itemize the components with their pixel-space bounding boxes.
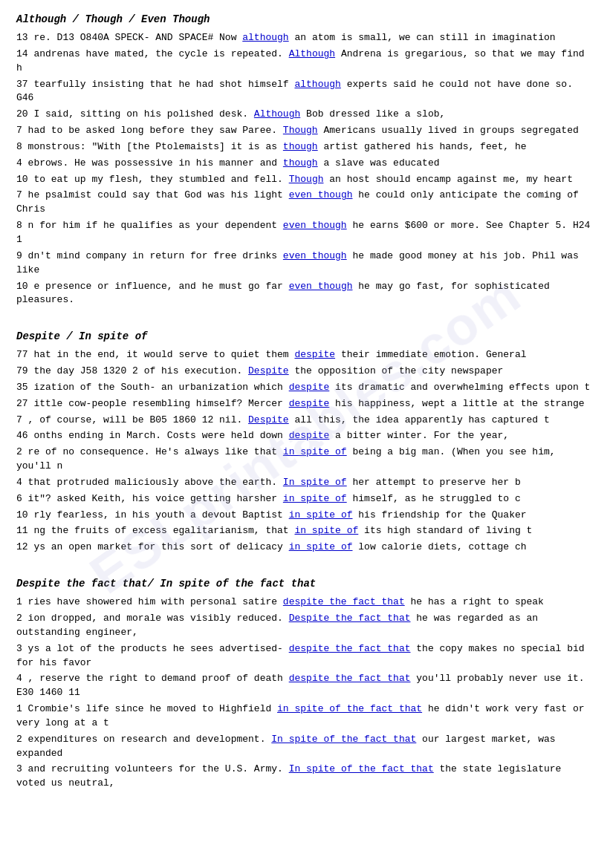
entry-at6: 8 monstrous: "With [the Ptolemaists] it … [16, 140, 594, 154]
entry-d3: 35 ization of the South- an urbanization… [16, 381, 594, 395]
entry-df5: 1 Crombie's life since he moved to Highf… [16, 702, 594, 731]
entry-keyword-df5: in spite of the fact that [277, 703, 422, 714]
entry-keyword-at9: even though [289, 189, 353, 200]
entry-keyword-at10: even though [283, 220, 347, 231]
entry-left-d12: 12 ys an open market for this sort of de… [16, 541, 289, 552]
entry-left-at8: 10 to eat up my flesh, they stumbled and… [16, 174, 289, 185]
entry-keyword-d2: Despite [248, 365, 289, 376]
entry-df3: 3 ys a lot of the products he sees adver… [16, 642, 594, 670]
entry-keyword-d4: despite [289, 398, 330, 409]
entry-left-d9: 6 it"? asked Keith, his voice getting ha… [16, 493, 283, 504]
entry-at9: 7 he psalmist could say that God was his… [16, 189, 594, 217]
entry-left-df5: 1 Crombie's life since he moved to Highf… [16, 703, 277, 714]
entry-keyword-at1: although [242, 32, 288, 43]
entry-right-at6: artist gathered his hands, feet, he [318, 141, 527, 152]
entry-keyword-d8: In spite of [283, 477, 347, 488]
entry-left-at6: 8 monstrous: "With [the Ptolemaists] it … [16, 141, 283, 152]
entry-d7: 2 re of no consequence. He's always like… [16, 446, 594, 474]
entry-left-at2: 14 andrenas have mated, the cycle is rep… [16, 48, 289, 59]
entry-left-at12: 10 e presence or influence, and he must … [16, 281, 289, 292]
entry-left-d7: 2 re of no consequence. He's always like… [16, 446, 283, 457]
entry-keyword-d1: despite [294, 349, 335, 360]
entry-at2: 14 andrenas have mated, the cycle is rep… [16, 48, 594, 76]
entry-keyword-d11: in spite of [294, 525, 358, 536]
entry-d12: 12 ys an open market for this sort of de… [16, 541, 594, 555]
entry-keyword-df3: despite the fact that [289, 643, 411, 654]
entry-left-d10: 10 rly fearless, in his youth a devout B… [16, 509, 289, 521]
entry-right-at4: Bob dressed like a slob, [300, 108, 445, 120]
section-title-although-though: Although / Though / Even Though [16, 13, 594, 25]
entry-at12: 10 e presence or influence, and he must … [16, 280, 594, 308]
entry-keyword-at11: even though [283, 250, 347, 261]
entry-left-at11: 9 dn't mind company in return for free d… [16, 250, 283, 261]
entry-right-at5: Americans usually lived in groups segreg… [318, 125, 579, 136]
entry-d5: 7 , of course, will be B05 1860 12 nil. … [16, 414, 594, 428]
entry-right-d8: her attempt to preserve her b [347, 477, 521, 488]
entry-keyword-df1: despite the fact that [283, 596, 405, 607]
entry-keyword-at8: Though [289, 174, 324, 185]
entry-keyword-d9: in spite of [283, 493, 347, 504]
entry-df6: 2 expenditures on research and developme… [16, 733, 594, 761]
entry-left-df6: 2 expenditures on research and developme… [16, 734, 271, 745]
entry-left-d6: 46 onths ending in March. Costs were hel… [16, 430, 289, 441]
entry-keyword-d12: in spite of [289, 541, 353, 552]
entry-keyword-d10: in spite of [289, 509, 353, 521]
entry-at10: 8 n for him if he qualifies as your depe… [16, 219, 594, 247]
entry-d1: 77 hat in the end, it would serve to qui… [16, 348, 594, 362]
entry-at3: 37 tearfully insisting that he had shot … [16, 78, 594, 106]
entry-right-d9: himself, as he struggled to c [347, 493, 521, 504]
entry-at1: 13 re. D13 O840A SPECK- AND SPACE# Now a… [16, 31, 594, 45]
entry-left-at7: 4 ebrows. He was possessive in his manne… [16, 157, 283, 169]
entry-left-df2: 2 ion dropped, and morale was visibly re… [16, 613, 289, 624]
entry-d9: 6 it"? asked Keith, his voice getting ha… [16, 492, 594, 506]
entry-keyword-at7: though [283, 157, 318, 169]
entry-keyword-d3: despite [289, 382, 330, 393]
entry-left-d5: 7 , of course, will be B05 1860 12 nil. [16, 414, 248, 425]
entry-keyword-d5: Despite [248, 414, 289, 425]
entry-right-d10: his friendship for the Quaker [353, 509, 527, 521]
entry-df2: 2 ion dropped, and morale was visibly re… [16, 612, 594, 640]
entry-left-d1: 77 hat in the end, it would serve to qui… [16, 349, 294, 360]
entry-left-d4: 27 ittle cow-people resembling himself? … [16, 398, 289, 409]
entry-right-d3: its dramatic and overwhelming effects up… [329, 382, 590, 393]
entry-keyword-d6: despite [289, 430, 330, 441]
entry-left-d11: 11 ng the fruits of excess egalitarianis… [16, 525, 294, 536]
entry-right-d12: low calorie diets, cottage ch [353, 541, 527, 552]
entry-right-d5: all this, the idea apparently has captur… [289, 414, 550, 425]
entry-left-d3: 35 ization of the South- an urbanization… [16, 382, 289, 393]
entry-right-d1: their immediate emotion. General [335, 349, 526, 360]
entry-left-at5: 7 had to be asked long before they saw P… [16, 125, 283, 136]
entry-keyword-at6: though [283, 141, 318, 152]
entry-keyword-at2: Although [289, 48, 335, 59]
entry-d8: 4 that protruded maliciously above the e… [16, 476, 594, 490]
entry-d10: 10 rly fearless, in his youth a devout B… [16, 509, 594, 523]
entry-left-d2: 79 the day J58 1320 2 of his execution. [16, 365, 248, 376]
entry-at11: 9 dn't mind company in return for free d… [16, 249, 594, 278]
entry-left-at9: 7 he psalmist could say that God was his… [16, 189, 289, 200]
entry-keyword-d7: in spite of [283, 446, 347, 457]
entry-right-d2: the opposition of the city newspaper [289, 365, 504, 376]
entry-keyword-df7: In spite of the fact that [289, 763, 434, 774]
entry-at7: 4 ebrows. He was possessive in his manne… [16, 157, 594, 171]
entry-keyword-df6: In spite of the fact that [271, 734, 416, 745]
entry-left-at1: 13 re. D13 O840A SPECK- AND SPACE# Now [16, 32, 242, 43]
entry-df4: 4 , reserve the right to demand proof of… [16, 672, 594, 700]
entry-keyword-at12: even though [289, 281, 353, 292]
entry-left-at10: 8 n for him if he qualifies as your depe… [16, 220, 283, 231]
entry-at5: 7 had to be asked long before they saw P… [16, 124, 594, 138]
entry-d4: 27 ittle cow-people resembling himself? … [16, 397, 594, 411]
entry-at4: 20 I said, sitting on his polished desk.… [16, 108, 594, 122]
entry-keyword-at3: although [294, 79, 340, 90]
entry-at8: 10 to eat up my flesh, they stumbled and… [16, 173, 594, 187]
entry-left-at3: 37 tearfully insisting that he had shot … [16, 79, 294, 90]
entry-left-d8: 4 that protruded maliciously above the e… [16, 477, 283, 488]
entry-left-df7: 3 and recruiting volunteers for the U.S.… [16, 763, 289, 774]
entry-left-df4: 4 , reserve the right to demand proof of… [16, 673, 289, 684]
entry-d11: 11 ng the fruits of excess egalitarianis… [16, 524, 594, 538]
entry-right-d4: his happiness, wept a little at the stra… [329, 398, 584, 409]
entry-d2: 79 the day J58 1320 2 of his execution. … [16, 365, 594, 379]
entry-keyword-at5: Though [283, 125, 318, 136]
entry-d6: 46 onths ending in March. Costs were hel… [16, 429, 594, 443]
entry-right-d6: a bitter winter. For the year, [329, 430, 509, 441]
entry-right-df1: he has a right to speak [405, 596, 544, 607]
